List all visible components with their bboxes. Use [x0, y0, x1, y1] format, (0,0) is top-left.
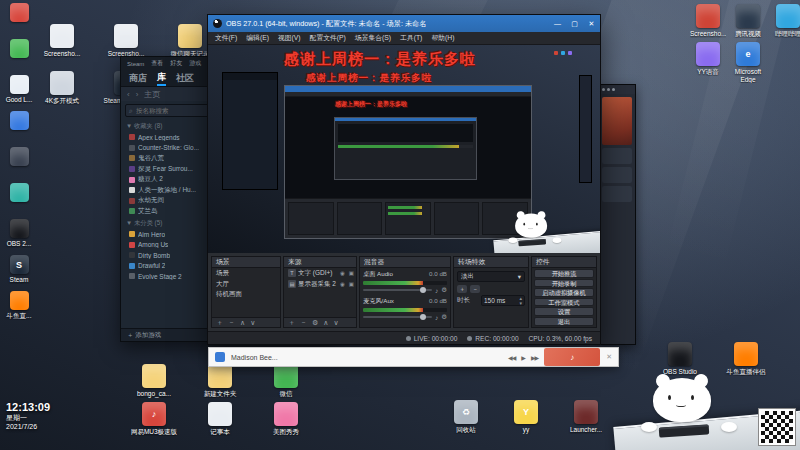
speaker-icon[interactable]: ♪ — [435, 287, 438, 294]
close-icon[interactable]: ✕ — [606, 353, 612, 361]
desktop-icon[interactable]: 哔哩哔哩 — [770, 4, 800, 38]
desktop-icon[interactable]: Launcher... — [558, 400, 614, 434]
move-down-icon[interactable]: ∨ — [333, 319, 338, 327]
maximize-button[interactable]: ▢ — [566, 15, 583, 32]
obs-window[interactable]: OBS 27.0.1 (64-bit, windows) - 配置文件: 未命名… — [207, 14, 601, 345]
transition-select[interactable]: 淡出 ▾ — [457, 271, 525, 282]
source-properties-icon[interactable]: ⚙ — [312, 319, 318, 327]
desktop-icon[interactable]: 腾讯视频 — [730, 4, 766, 38]
steam-nav-library[interactable]: 库 — [157, 71, 166, 86]
desktop-icon-label — [2, 204, 36, 212]
obs-control-button[interactable]: 开始录制 — [534, 279, 594, 288]
desktop-icon[interactable] — [2, 3, 36, 32]
media-thumbnail[interactable]: ♪ — [544, 348, 600, 366]
steam-home-label[interactable]: 主页 — [144, 89, 160, 100]
forward-arrow-icon[interactable]: › — [136, 90, 139, 99]
desktop-icon[interactable]: bongo_ca... — [126, 364, 182, 398]
desktop-icon[interactable]: 微信 — [258, 364, 314, 398]
slider-knob[interactable] — [420, 314, 426, 320]
desktop-icon[interactable]: OBS Studio — [652, 342, 708, 376]
steam-nav-community[interactable]: 社区 — [176, 72, 194, 85]
obs-menu-item[interactable]: 配置文件(P) — [310, 33, 346, 43]
desktop-icon[interactable]: 美图秀秀 — [258, 402, 314, 436]
lock-toggle-icon[interactable]: ▣ — [349, 268, 356, 279]
add-transition-icon[interactable]: ＋ — [457, 285, 467, 293]
channel-gear-icon[interactable]: ⚙ — [441, 286, 447, 294]
vertical-panel-item[interactable] — [602, 148, 632, 164]
steam-menu-item[interactable]: Steam — [127, 61, 144, 67]
remove-transition-icon[interactable]: － — [470, 285, 480, 293]
minimize-button[interactable]: — — [549, 15, 566, 32]
obs-control-button[interactable]: 设置 — [534, 307, 594, 316]
steam-nav-store[interactable]: 商店 — [129, 72, 147, 85]
visibility-toggle-icon[interactable]: ◉ — [340, 268, 347, 279]
desktop-icon-label — [2, 168, 36, 176]
duration-spinbox[interactable]: 150 ms ▴ ▾ — [481, 295, 525, 306]
visibility-toggle-icon[interactable]: ◉ — [340, 279, 347, 290]
desktop-icon[interactable]: 新建文件夹 — [192, 364, 248, 398]
obs-menu-item[interactable]: 帮助(H) — [431, 33, 454, 43]
channel-gear-icon[interactable]: ⚙ — [441, 313, 447, 321]
add-source-icon[interactable]: ＋ — [288, 318, 295, 328]
obs-menu-item[interactable]: 编辑(E) — [246, 33, 269, 43]
media-popup-bar[interactable]: Madison Bee... ◀◀ ▶ ▶▶ ♪ ✕ — [208, 347, 619, 367]
desktop-icon[interactable]: ♪ 网易MU3极速版 — [126, 402, 182, 436]
desktop-icon[interactable] — [2, 111, 36, 140]
move-down-icon[interactable]: ∨ — [250, 319, 255, 327]
desktop-icon[interactable]: 记事本 — [192, 402, 248, 436]
desktop-icon[interactable]: 斗鱼直... — [2, 291, 36, 320]
steam-menu-item[interactable]: 好友 — [170, 59, 182, 68]
obs-menu-item[interactable]: 视图(V) — [278, 33, 301, 43]
desktop-icon[interactable]: Y yy — [498, 400, 554, 434]
previous-track-icon[interactable]: ◀◀ — [508, 354, 515, 361]
scene-item[interactable]: 大厅 — [212, 279, 280, 290]
lock-toggle-icon[interactable]: ▣ — [349, 279, 356, 290]
obs-control-button[interactable]: 启动虚拟摄像机 — [534, 288, 594, 297]
desktop-icon[interactable] — [2, 147, 36, 176]
obs-control-button[interactable]: 开始推流 — [534, 269, 594, 278]
obs-control-button[interactable]: 工作室模式 — [534, 298, 594, 307]
speaker-icon[interactable]: ♪ — [435, 314, 438, 321]
next-track-icon[interactable]: ▶▶ — [531, 354, 538, 361]
close-button[interactable]: ✕ — [583, 15, 600, 32]
desktop-icon[interactable] — [2, 39, 36, 68]
source-item[interactable]: ▤ 显示器采集 2 ◉ ▣ — [284, 279, 356, 290]
obs-titlebar[interactable]: OBS 27.0.1 (64-bit, windows) - 配置文件: 未命名… — [208, 15, 600, 32]
obs-menu-item[interactable]: 工具(T) — [400, 33, 422, 43]
scene-item[interactable]: 场景 — [212, 268, 280, 279]
move-up-icon[interactable]: ∧ — [240, 319, 245, 327]
play-icon[interactable]: ▶ — [521, 354, 525, 361]
obs-menu-item[interactable]: 场景集合(S) — [355, 33, 391, 43]
obs-menu-item[interactable]: 文件(F) — [215, 33, 237, 43]
desktop-icon[interactable]: 斗鱼直播伴侣 — [718, 342, 774, 376]
desktop-icon[interactable]: YY语音 — [690, 42, 726, 83]
steam-menu-item[interactable]: 游戏 — [189, 59, 201, 68]
obs-control-button[interactable]: 退出 — [534, 317, 594, 326]
vertical-panel-item[interactable] — [602, 186, 632, 202]
rec-indicator-dot — [467, 336, 472, 341]
slider-knob[interactable] — [420, 287, 426, 293]
desktop-icon[interactable]: OBS 2... — [2, 219, 36, 248]
scene-item[interactable]: 待机画面 — [212, 289, 280, 300]
spin-down-icon[interactable]: ▾ — [519, 301, 522, 306]
source-item[interactable]: T 文字 (GDI+) ◉ ▣ — [284, 268, 356, 279]
desktop-icon[interactable]: 4K多开模式 — [34, 71, 90, 105]
desktop-icon[interactable] — [2, 183, 36, 212]
desktop-icon[interactable]: S Steam — [2, 255, 36, 284]
vertical-panel-window[interactable] — [598, 84, 636, 345]
add-scene-icon[interactable]: ＋ — [216, 318, 223, 328]
move-up-icon[interactable]: ∧ — [323, 319, 328, 327]
remove-scene-icon[interactable]: － — [228, 318, 235, 328]
back-arrow-icon[interactable]: ‹ — [127, 90, 130, 99]
desktop-icon[interactable]: e Microsoft Edge — [730, 42, 766, 83]
remove-source-icon[interactable]: － — [300, 318, 307, 328]
desktop-icon[interactable]: Screensho... — [690, 4, 726, 38]
desktop-icon[interactable]: Good L... — [2, 75, 36, 104]
volume-slider[interactable] — [363, 289, 432, 291]
obs-preview-canvas[interactable]: 感谢上周榜一：是养乐多啦 感谢上周榜一：是养乐多啦 感谢上周榜一：是养乐多啦 — [208, 45, 600, 253]
desktop-icon[interactable]: ♻ 回收站 — [438, 400, 494, 434]
vertical-panel-item[interactable] — [602, 167, 632, 183]
desktop-icon[interactable]: Screensho... — [34, 24, 90, 65]
volume-slider[interactable] — [363, 316, 432, 318]
steam-menu-item[interactable]: 查看 — [151, 59, 163, 68]
